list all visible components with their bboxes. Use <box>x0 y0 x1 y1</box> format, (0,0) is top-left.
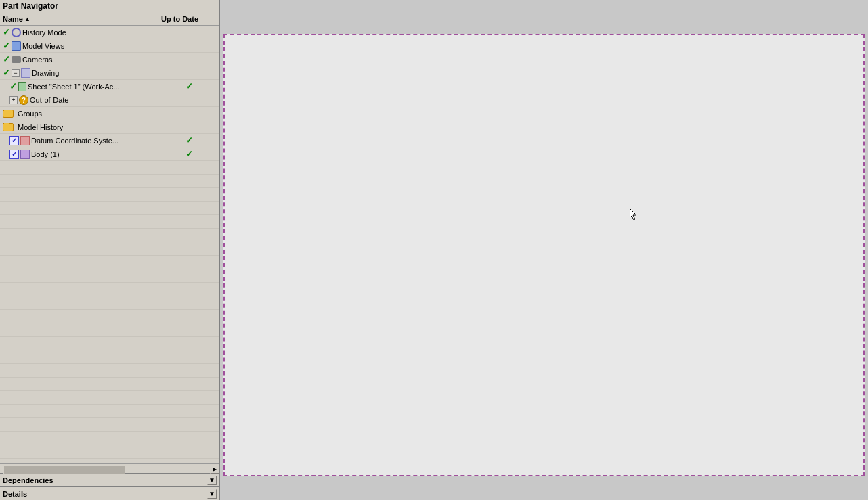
body-icon <box>20 150 30 159</box>
datum-label: Datum Coordinate Syste... <box>31 137 118 145</box>
uptodate-check-datum: ✓ <box>186 135 193 145</box>
dependencies-label: Dependencies <box>3 476 207 484</box>
tree-item-body[interactable]: ✓ Body (1) ✓ <box>0 147 219 161</box>
uptodate-datum: ✓ <box>158 135 219 145</box>
empty-row-9 <box>0 269 219 283</box>
empty-row-2 <box>0 175 219 188</box>
empty-row-12 <box>0 310 219 323</box>
check-tick-drawing: ✓ <box>3 68 10 78</box>
uptodate-column-header[interactable]: Up to Date <box>158 15 219 23</box>
body-label: Body (1) <box>31 150 60 158</box>
bottom-panels: Dependencies ▼ Details ▼ <box>0 473 219 500</box>
tree-item-model-views[interactable]: ✓ Model Views <box>0 39 219 53</box>
tree-item-model-history[interactable]: Model History <box>0 120 219 134</box>
empty-row-18 <box>0 391 219 405</box>
tree-item-history-mode[interactable]: ✓ History Mode <box>0 26 219 39</box>
page-border-rect <box>223 34 865 476</box>
drawing-label: Drawing <box>32 69 59 77</box>
scrollbar-thumb[interactable] <box>3 465 125 474</box>
dependencies-panel-header[interactable]: Dependencies ▼ <box>0 473 219 486</box>
main-canvas-area[interactable] <box>220 0 868 500</box>
model-history-label: Model History <box>18 123 63 131</box>
empty-row-11 <box>0 296 219 310</box>
check-tick-history: ✓ <box>3 27 10 37</box>
model-views-label: Model Views <box>22 42 64 50</box>
empty-row-3 <box>0 188 219 202</box>
check-tick-cameras: ✓ <box>3 54 10 64</box>
empty-row-7 <box>0 242 219 256</box>
datum-check-inner: ✓ <box>12 137 17 144</box>
details-label: Details <box>3 490 207 498</box>
column-headers: Name ▲ Up to Date <box>0 12 219 26</box>
tree-area: Name ▲ Up to Date ✓ History Mode ✓ Model… <box>0 12 219 463</box>
dependencies-collapse-btn[interactable]: ▼ <box>207 476 217 485</box>
drawing-expand-btn[interactable]: − <box>12 69 20 77</box>
drawing-canvas[interactable] <box>220 0 868 500</box>
empty-row-15 <box>0 350 219 364</box>
empty-row-22 <box>0 445 219 459</box>
ood-expand-btn[interactable]: + <box>9 96 18 104</box>
tree-item-drawing[interactable]: ✓ − Drawing <box>0 66 219 80</box>
empty-row-19 <box>0 405 219 418</box>
tree-item-cameras[interactable]: ✓ Cameras <box>0 53 219 66</box>
empty-row-23 <box>0 459 219 463</box>
views-icon <box>12 41 21 51</box>
empty-row-6 <box>0 229 219 242</box>
empty-row-1 <box>0 161 219 175</box>
datum-icon <box>20 136 30 145</box>
empty-row-17 <box>0 378 219 391</box>
out-of-date-label: Out-of-Date <box>30 96 68 104</box>
history-mode-label: History Mode <box>22 28 66 37</box>
empty-row-21 <box>0 432 219 445</box>
uptodate-body: ✓ <box>158 149 219 159</box>
tree-item-datum[interactable]: ✓ Datum Coordinate Syste... ✓ <box>0 134 219 147</box>
question-icon: ? <box>19 95 28 105</box>
drawing-icon <box>21 68 30 78</box>
check-tick-views: ✓ <box>3 41 10 51</box>
empty-row-14 <box>0 337 219 350</box>
horizontal-scrollbar[interactable]: ▶ <box>0 463 219 473</box>
empty-row-16 <box>0 364 219 378</box>
tree-item-out-of-date[interactable]: + ? Out-of-Date <box>0 93 219 107</box>
name-column-header[interactable]: Name ▲ <box>0 15 158 23</box>
cameras-label: Cameras <box>22 55 53 64</box>
uptodate-check-sheet: ✓ <box>186 81 193 91</box>
check-tick-sheet: ✓ <box>9 81 17 91</box>
uptodate-check-body: ✓ <box>186 149 193 159</box>
panel-title: Part Navigator <box>0 0 219 12</box>
tree-item-sheet1[interactable]: ✓ Sheet "Sheet 1" (Work-Ac... ✓ <box>0 80 219 93</box>
sheet-icon <box>18 82 26 91</box>
uptodate-column-label: Up to Date <box>161 15 198 23</box>
empty-row-10 <box>0 283 219 296</box>
uptodate-sheet1: ✓ <box>158 81 219 91</box>
body-checkbox[interactable]: ✓ <box>9 150 19 159</box>
datum-checkbox[interactable]: ✓ <box>9 136 19 145</box>
panel-title-text: Part Navigator <box>3 1 58 11</box>
empty-row-8 <box>0 256 219 269</box>
empty-row-13 <box>0 323 219 337</box>
tree-item-groups[interactable]: Groups <box>0 107 219 120</box>
name-column-label: Name <box>3 15 23 23</box>
body-check-inner: ✓ <box>12 150 17 158</box>
camera-icon <box>12 56 21 63</box>
part-navigator-panel: Part Navigator Name ▲ Up to Date ✓ Histo… <box>0 0 220 500</box>
scroll-right-btn[interactable]: ▶ <box>210 464 219 474</box>
empty-row-5 <box>0 215 219 229</box>
empty-row-20 <box>0 418 219 432</box>
groups-label: Groups <box>18 110 42 118</box>
sheet1-label: Sheet "Sheet 1" (Work-Ac... <box>28 83 119 91</box>
details-panel-header[interactable]: Details ▼ <box>0 486 219 500</box>
sort-arrow-icon: ▲ <box>24 16 30 22</box>
groups-folder-icon <box>3 110 14 118</box>
history-icon <box>12 28 21 37</box>
details-collapse-btn[interactable]: ▼ <box>207 489 217 499</box>
model-history-folder-icon <box>3 123 14 131</box>
empty-row-4 <box>0 202 219 215</box>
